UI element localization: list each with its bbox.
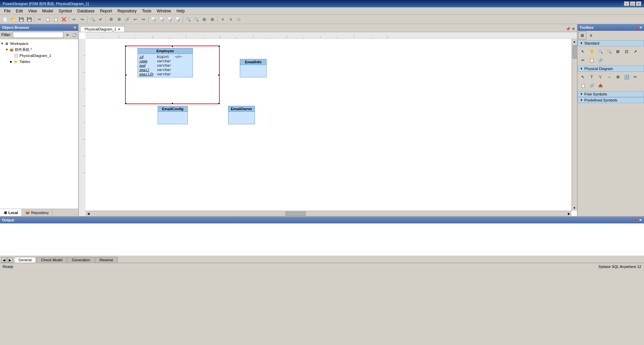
toolbar-new[interactable]: 📄 [1,16,9,23]
sel-handle-ml[interactable] [125,74,127,76]
toolbar-btn6[interactable]: ⚙ [115,16,123,23]
menu-view[interactable]: View [25,7,40,14]
diagram-close-button[interactable]: ✕ [571,26,576,32]
tab-repository[interactable]: 📦 Repository [22,209,53,216]
toolbox-hand-tool[interactable]: ✋ [588,48,596,56]
maximize-button[interactable]: □ [630,1,635,6]
title-bar-buttons[interactable]: − □ × [624,1,641,6]
toolbar-btn7[interactable]: 🔗 [123,16,131,23]
toolbox-close-button[interactable]: ✕ [639,26,642,29]
toolbar-undo[interactable]: ↩ [70,16,78,23]
toolbar-fit[interactable]: ⊞ [201,16,208,23]
filter-clear-button[interactable]: ✕ [65,32,70,38]
toolbox-pd-link2[interactable]: 🔗 [588,82,596,90]
diagram-pin-button[interactable]: 📌 [565,26,571,32]
toolbox-zoom-out-tool[interactable]: 🔍 [605,48,613,56]
toolbox-pd-proc[interactable]: ⚙ [614,73,622,81]
toolbar-paste[interactable]: 📋 [52,16,59,23]
canvas-content[interactable]: Employee id bigint <pk> name varchar pwd [86,39,577,216]
tree-item-tables[interactable]: ▶ 📂 Tables [1,59,77,65]
ob-close-button[interactable]: ✕ [73,26,76,29]
sel-handle-tc[interactable] [171,45,173,47]
menu-file[interactable]: File [1,7,13,14]
ob-pin-button[interactable]: 📌 [69,26,73,29]
toolbox-section-standard[interactable]: ▼ Standard [578,40,644,46]
toolbox-cut-tool[interactable]: ✂ [579,56,587,64]
toolbar-check[interactable]: ✔ [97,16,104,23]
v-scroll-down[interactable]: ▼ [572,205,577,211]
toolbox-copy-tool[interactable]: 📋 [588,56,596,64]
toolbar-btn9[interactable]: ↪ [140,16,147,23]
toolbar-layout[interactable]: ≡ [227,16,234,23]
toolbox-header-btns[interactable]: 📌 ✕ [635,26,642,29]
toolbox-pd-ref[interactable]: → [605,73,613,81]
table-employee[interactable]: Employee id bigint <pk> name varchar pwd [138,48,193,77]
toolbar-btn5[interactable]: ⚙ [107,16,115,23]
toolbar-zoom-in[interactable]: 🔍 [184,16,192,23]
tree-item-workspace[interactable]: ▼ 🖥 Workspace [1,41,77,47]
toolbar-zoom-out[interactable]: 🔍 [193,16,200,23]
object-browser-header-btns[interactable]: 📌 ✕ [69,26,76,29]
toolbox-pd-seq[interactable]: 🔢 [623,73,631,81]
sel-handle-br[interactable] [218,102,220,105]
toolbox-view-list[interactable]: ≡ [587,31,595,40]
menu-help[interactable]: Help [174,7,187,14]
output-nav-prev[interactable]: ◀ [1,257,7,263]
toolbox-pd-copy2[interactable]: 📋 [579,82,587,90]
minimize-button[interactable]: − [624,1,629,6]
toolbar-search[interactable]: 🔍 [89,16,96,23]
tree-item-model[interactable]: ▼ 📦 部件系统 * [1,47,77,53]
toolbar-save-all[interactable]: 💾 [25,16,33,23]
toolbox-zoom-select-tool[interactable]: ⊡ [623,48,631,56]
menu-repository[interactable]: Repository [115,7,139,14]
output-pin-button[interactable]: 📌 [633,218,638,222]
toolbar-save[interactable]: 💾 [17,16,25,23]
output-nav-btns[interactable]: ◀ ▶ [0,257,14,263]
toolbox-pd-table[interactable]: T [588,73,596,81]
toolbox-section-predefined[interactable]: ▼ Predefined Symbols [578,97,644,103]
close-button[interactable]: × [636,1,641,6]
v-scroll-thumb[interactable] [573,45,577,59]
output-tab-checkmodel[interactable]: Check Model [37,257,67,263]
toolbox-view-icons[interactable]: ⊞ [578,31,586,40]
menu-window[interactable]: Window [154,7,174,14]
menu-tools[interactable]: Tools [139,7,154,14]
output-tab-general[interactable]: General [14,257,36,263]
filter-refresh-button[interactable]: 🔄 [71,32,77,38]
sel-handle-tl[interactable] [125,45,127,47]
menu-edit[interactable]: Edit [13,7,25,14]
h-scroll-right[interactable]: ▶ [566,211,572,216]
toolbar-copy[interactable]: 📋 [44,16,51,23]
workspace-expand-icon[interactable]: ▼ [1,42,4,45]
v-scroll-up[interactable]: ▲ [572,39,577,44]
toolbar-align[interactable]: ≡ [219,16,226,23]
toolbox-zoom-fit-tool[interactable]: ⊞ [614,48,622,56]
toolbox-section-physical[interactable]: ▼ Physical Diagram [578,66,644,72]
diagram-tab[interactable]: PhysicalDiagram_1 ✕ [80,26,125,32]
menu-report[interactable]: Report [97,7,115,14]
toolbar-btn12[interactable]: 📊 [166,16,173,23]
table-emailowner[interactable]: EmailOwner [228,106,255,124]
output-tab-reverse[interactable]: Reverse [95,257,118,263]
sel-handle-bc[interactable] [171,102,173,105]
toolbar-open[interactable]: 📂 [9,16,17,23]
sel-handle-bl[interactable] [125,102,127,105]
table-emailinfo[interactable]: EmailInfo [240,59,267,77]
toolbar-btn8[interactable]: ↩ [131,16,139,23]
menu-symbol[interactable]: Symbol [56,7,75,14]
model-expand-icon[interactable]: ▼ [5,48,9,51]
sel-handle-tr[interactable] [218,45,220,47]
toolbar-btn11[interactable]: 📊 [158,16,165,23]
h-scroll-left[interactable]: ◀ [86,211,91,216]
toolbar-btn13[interactable]: 📊 [174,16,181,23]
output-nav-next[interactable]: ▶ [7,257,13,263]
diagram-tab-close[interactable]: ✕ [118,27,120,31]
toolbar-group[interactable]: □ [235,16,243,23]
h-scroll-thumb[interactable] [285,212,306,216]
tables-expand-icon[interactable]: ▶ [10,60,13,63]
table-emailconfig[interactable]: EmailConfig [158,106,188,124]
toolbar-btn10[interactable]: 📊 [150,16,157,23]
toolbox-pd-cut2[interactable]: ✂ [631,73,639,81]
toolbox-zoom-in-tool[interactable]: 🔍 [596,48,604,56]
toolbox-pd-select[interactable]: ↖ [579,73,587,81]
